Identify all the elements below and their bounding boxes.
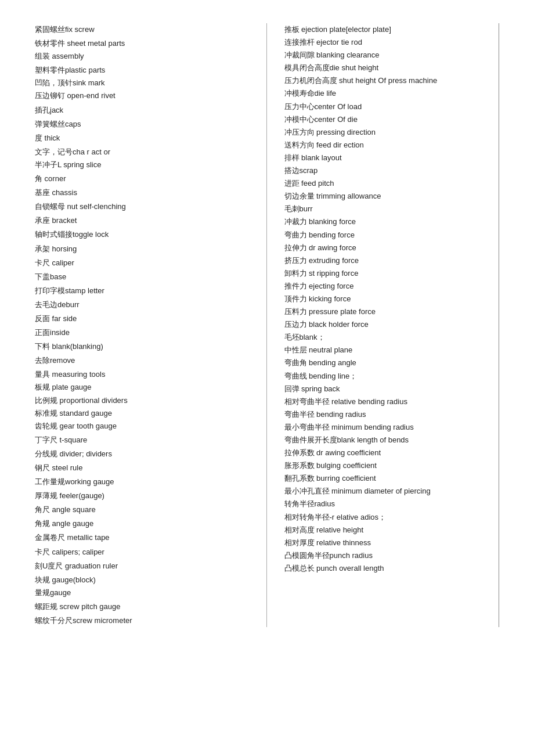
- list-item: 弯曲角 bending angle: [284, 357, 499, 369]
- list-item: 角规 angle gauge: [35, 517, 249, 530]
- list-item: 文字，记号cha r act or: [35, 146, 249, 159]
- list-item: 去毛边deburr: [35, 298, 249, 311]
- list-item: 压力中心center Of load: [284, 100, 499, 113]
- list-item: 压力机闭合高度 shut height Of press machine: [284, 74, 499, 87]
- list-item: 组装 assembly: [35, 50, 249, 63]
- list-item: 轴时式锱接toggle lock: [35, 228, 249, 241]
- list-item: 弯曲力 bending force: [284, 229, 499, 242]
- list-item: 卡尺 calipers; caliper: [35, 546, 249, 559]
- list-item: 承座 bracket: [35, 214, 249, 227]
- list-item: 模具闭合高度die shut height: [284, 62, 499, 74]
- list-item: 塑料零件plastic parts: [35, 64, 249, 77]
- list-item: 打印字模stamp letter: [35, 285, 249, 297]
- list-item: 分线规 divider; dividers: [35, 448, 249, 460]
- left-column: 紧固螺丝fix screw铁材零件 sheet metal parts组装 as…: [35, 23, 267, 627]
- list-item: 承架 horsing: [35, 243, 249, 255]
- list-item: 丁字尺 t-square: [35, 434, 249, 447]
- list-item: 弯曲件展开长度blank length of bends: [284, 434, 499, 447]
- list-item: 冲裁间隙 blanking clearance: [284, 49, 499, 62]
- list-item: 铁材零件 sheet metal parts: [35, 37, 249, 50]
- list-item: 角 corner: [35, 172, 249, 185]
- list-item: 下盖base: [35, 271, 249, 283]
- list-item: 刻U度尺 graduation ruler: [35, 560, 249, 573]
- list-item: 去除remove: [35, 354, 249, 367]
- list-item: 连接推杆 ejector tie rod: [284, 36, 499, 49]
- list-item: 拉伸力 dr awing force: [284, 242, 499, 254]
- list-item: 毛刺burr: [284, 203, 499, 215]
- list-item: 正面inside: [35, 326, 249, 339]
- right-column: 推板 ejection plate[elector plate]连接推杆 eje…: [267, 23, 499, 627]
- list-item: 钢尺 steel rule: [35, 462, 249, 474]
- list-item: 胀形系数 bulging coefficient: [284, 459, 499, 472]
- main-grid: 紧固螺丝fix screw铁材零件 sheet metal parts组装 as…: [35, 23, 499, 627]
- list-item: 标准规 standard gauge: [35, 407, 249, 420]
- list-item: 下料 blank(blanking): [35, 340, 249, 353]
- list-item: 反面 far side: [35, 312, 249, 325]
- list-item: 冲模中心center Of die: [284, 113, 499, 126]
- list-item: 厚薄规 feeler(gauge): [35, 489, 249, 502]
- list-item: 自锁螺母 nut self-clenching: [35, 200, 249, 213]
- list-item: 凸模圆角半径punch radius: [284, 549, 499, 562]
- list-item: 切边余量 trimming allowance: [284, 190, 499, 203]
- list-item: 度 thick: [35, 132, 249, 145]
- list-item: 压料力 pressure plate force: [284, 305, 499, 318]
- list-item: 角尺 angle square: [35, 503, 249, 516]
- list-item: 金属卷尺 metallic tape: [35, 531, 249, 544]
- list-item: 工作量规working gauge: [35, 476, 249, 488]
- list-item: 顶件力 kicking force: [284, 293, 499, 305]
- list-item: 卸料力 st ripping force: [284, 267, 499, 280]
- list-item: 转角半径radius: [284, 498, 499, 510]
- list-item: 基座 chassis: [35, 186, 249, 199]
- list-item: 中性层 neutral plane: [284, 344, 499, 357]
- list-item: 推板 ejection plate[elector plate]: [284, 23, 499, 36]
- list-item: 相对转角半径-r elative adios；: [284, 511, 499, 524]
- list-item: 排样 blank layout: [284, 152, 499, 164]
- list-item: 最小冲孔直径 minimum diameter of piercing: [284, 485, 499, 498]
- list-item: 压边铆钉 open-end rivet: [35, 89, 249, 102]
- list-item: 相对厚度 relative thinness: [284, 537, 499, 549]
- list-item: 螺纹千分尺screw micrometer: [35, 614, 249, 627]
- list-item: 进距 feed pitch: [284, 177, 499, 190]
- list-item: 弯曲半径 bending radius: [284, 408, 499, 421]
- list-item: 最小弯曲半径 minimum bending radius: [284, 421, 499, 434]
- list-item: 相对高度 relative height: [284, 524, 499, 537]
- list-item: 挤压力 extruding force: [284, 254, 499, 267]
- list-item: 拉伸系数 dr awing coefficient: [284, 447, 499, 459]
- list-item: 冲模寿命die life: [284, 87, 499, 100]
- list-item: 块规 gauge(block): [35, 574, 249, 586]
- list-item: 半冲子L spring slice: [35, 159, 249, 171]
- list-item: 弹簧螺丝caps: [35, 118, 249, 131]
- list-item: 送料方向 feed dir ection: [284, 139, 499, 152]
- list-item: 凹陷，顶针sink mark: [35, 77, 249, 89]
- list-item: 比例规 proportional dividers: [35, 394, 249, 407]
- list-item: 相对弯曲半径 relative bending radius: [284, 395, 499, 408]
- list-item: 毛坯blank；: [284, 331, 499, 344]
- list-item: 卡尺 caliper: [35, 257, 249, 269]
- list-item: 齿轮规 gear tooth gauge: [35, 420, 249, 433]
- list-item: 弯曲线 bending line；: [284, 370, 499, 383]
- list-item: 推件力 ejecting force: [284, 280, 499, 293]
- list-item: 搭边scrap: [284, 164, 499, 177]
- list-item: 量具 measuring tools: [35, 368, 249, 381]
- list-item: 冲压方向 pressing direction: [284, 126, 499, 139]
- list-item: 翻孔系数 burring coefficient: [284, 472, 499, 485]
- list-item: 插孔jack: [35, 104, 249, 117]
- list-item: 冲裁力 blanking force: [284, 215, 499, 228]
- list-item: 凸模总长 punch overall length: [284, 562, 499, 575]
- list-item: 量规gauge: [35, 586, 249, 599]
- list-item: 紧固螺丝fix screw: [35, 23, 249, 36]
- list-item: 板规 plate gauge: [35, 381, 249, 394]
- list-item: 螺距规 screw pitch gauge: [35, 600, 249, 613]
- list-item: 压边力 black holder force: [284, 318, 499, 331]
- list-item: 回弹 spring back: [284, 383, 499, 395]
